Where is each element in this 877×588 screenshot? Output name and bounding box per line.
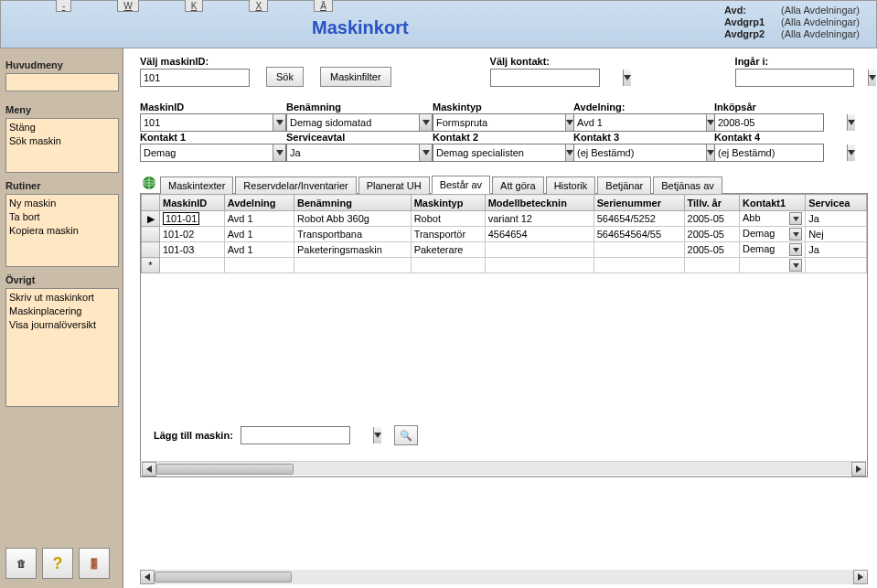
grid-header[interactable]: Serienummer [594, 195, 684, 211]
field-input[interactable] [433, 114, 565, 131]
grid-cell[interactable]: Nej [806, 227, 867, 242]
tab[interactable]: Betjänas av [653, 176, 722, 194]
grid-cell[interactable]: Paketerare [411, 242, 485, 258]
grid-header[interactable]: MaskinID [160, 195, 225, 211]
key-tab[interactable]: X [249, 0, 268, 12]
grid-cell[interactable]: Avd 1 [224, 211, 294, 227]
field-combo[interactable] [140, 144, 286, 162]
scroll-thumb[interactable] [155, 572, 292, 583]
chevron-down-icon[interactable] [419, 144, 432, 161]
add-maskin-input[interactable] [241, 427, 373, 444]
chevron-down-icon[interactable] [373, 427, 381, 444]
field-input[interactable] [715, 114, 847, 131]
sidebar-item[interactable]: Sök maskin [9, 134, 115, 148]
chevron-down-icon[interactable] [419, 114, 432, 131]
sok-button[interactable]: Sök [266, 67, 304, 87]
grid-cell[interactable]: Avd 1 [224, 242, 294, 258]
grid-header[interactable]: Modellbetecknin [485, 195, 594, 211]
grid-cell[interactable] [224, 258, 294, 273]
chevron-down-icon[interactable] [789, 243, 802, 256]
grid-header[interactable]: Maskintyp [411, 195, 485, 211]
tab[interactable]: Att göra [492, 176, 544, 194]
field-input[interactable] [715, 144, 847, 161]
grid-cell[interactable]: 101-01 [160, 211, 225, 227]
grid-cell[interactable]: Paketeringsmaskin [294, 242, 411, 258]
sidebar-item[interactable]: Skriv ut maskinkort [9, 291, 115, 305]
scroll-right-icon[interactable] [853, 570, 868, 584]
tab[interactable]: Reservdelar/Inventarier [235, 176, 356, 194]
lookup-button[interactable]: 🔍 [394, 425, 418, 445]
sidebar-item[interactable]: Visa journalöversikt [9, 318, 115, 332]
key-tab[interactable]: K [185, 0, 204, 12]
grid-cell[interactable]: Ja [806, 242, 867, 258]
field-input[interactable] [433, 144, 565, 161]
field-combo[interactable] [714, 144, 824, 162]
field-combo[interactable] [433, 144, 573, 162]
chevron-down-icon[interactable] [789, 259, 802, 272]
sidebar-item[interactable]: Ta bort [9, 210, 115, 224]
valj-kontakt-combo[interactable] [490, 69, 600, 87]
grid-cell[interactable] [160, 258, 225, 273]
grid-header[interactable]: Tillv. år [684, 195, 740, 211]
grid-cell[interactable]: 101-03 [160, 242, 225, 258]
row-selector[interactable] [142, 242, 160, 258]
grid-header[interactable]: Benämning [294, 195, 411, 211]
grid-cell[interactable]: 101-02 [160, 227, 225, 242]
valj-maskinid-combo[interactable] [140, 69, 250, 87]
field-input[interactable] [287, 144, 419, 161]
grid-header[interactable]: Kontakt1 [740, 195, 806, 211]
field-combo[interactable] [433, 113, 573, 132]
content-hscroll[interactable] [140, 570, 868, 584]
key-tab[interactable]: W [117, 0, 138, 12]
chevron-down-icon[interactable] [706, 144, 714, 161]
chevron-down-icon[interactable] [273, 114, 285, 131]
ingar-i-input[interactable] [736, 69, 868, 86]
field-input[interactable] [287, 114, 419, 131]
chevron-down-icon[interactable] [706, 114, 714, 131]
field-input[interactable] [574, 114, 706, 131]
grid-cell[interactable]: Avd 1 [224, 227, 294, 242]
row-selector[interactable]: ▶ [142, 211, 160, 227]
scroll-left-icon[interactable] [142, 462, 156, 476]
key-tab[interactable]: Ä [314, 0, 333, 12]
chevron-down-icon[interactable] [273, 144, 285, 161]
key-tab[interactable]: - [56, 0, 71, 12]
grid-header[interactable]: Avdelning [224, 195, 294, 211]
grid-cell[interactable]: Transportbana [294, 227, 411, 242]
chevron-down-icon[interactable] [868, 69, 876, 86]
ingar-i-combo[interactable] [735, 69, 854, 87]
field-combo[interactable] [573, 144, 714, 162]
grid-cell[interactable] [594, 258, 684, 273]
chevron-down-icon[interactable] [565, 144, 573, 161]
exit-button[interactable]: 🚪 [79, 548, 110, 579]
tab[interactable]: Planerat UH [358, 176, 430, 194]
field-input[interactable] [141, 114, 273, 131]
grid-cell[interactable]: 2005-05 [684, 211, 740, 227]
chevron-down-icon[interactable] [847, 144, 855, 161]
grid-cell[interactable]: Robot [411, 211, 485, 227]
data-grid[interactable]: MaskinIDAvdelningBenämningMaskintypModel… [141, 194, 867, 273]
add-maskin-combo[interactable] [241, 426, 350, 444]
field-combo[interactable] [714, 113, 824, 132]
field-input[interactable] [141, 144, 273, 161]
chevron-down-icon[interactable] [847, 114, 855, 131]
grid-cell[interactable] [485, 242, 594, 258]
field-input[interactable] [574, 144, 706, 161]
grid-cell[interactable]: Demag [740, 227, 806, 242]
chevron-down-icon[interactable] [789, 228, 802, 241]
grid-cell[interactable]: Demag [740, 242, 806, 258]
grid-cell[interactable]: Robot Abb 360g [294, 211, 411, 227]
grid-cell[interactable]: Ja [806, 211, 867, 227]
valj-kontakt-input[interactable] [491, 69, 623, 86]
huvudmeny-input[interactable] [6, 74, 138, 91]
tab[interactable]: Maskintexter [160, 176, 233, 194]
maskinfilter-button[interactable]: Maskinfilter [320, 67, 391, 87]
sidebar-item[interactable]: Maskinplacering [9, 305, 115, 318]
chevron-down-icon[interactable] [623, 69, 631, 86]
tab[interactable]: Betjänar [597, 176, 651, 194]
tab[interactable]: Består av [432, 176, 490, 194]
grid-cell[interactable]: Abb [740, 211, 806, 227]
field-combo[interactable] [286, 144, 433, 162]
field-combo[interactable] [573, 113, 714, 132]
row-selector[interactable] [142, 227, 160, 242]
